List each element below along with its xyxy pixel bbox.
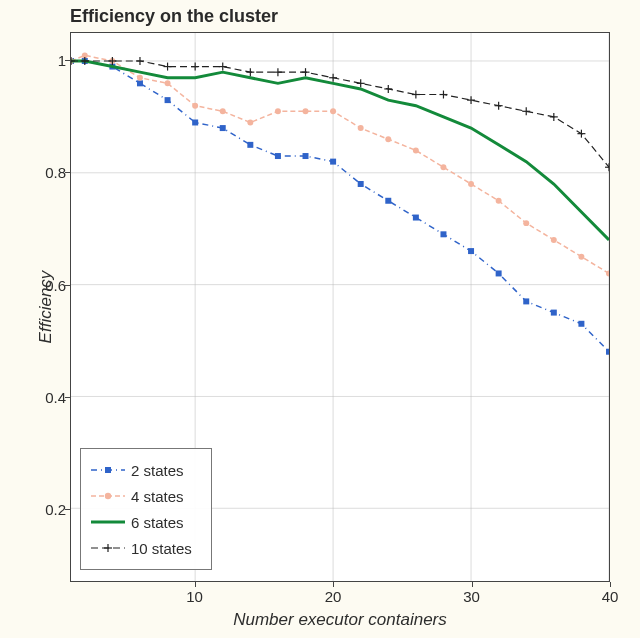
svg-point-48 bbox=[551, 237, 557, 243]
svg-point-47 bbox=[523, 220, 529, 226]
svg-rect-18 bbox=[303, 153, 309, 159]
legend-swatch-4-states bbox=[91, 487, 125, 505]
svg-rect-12 bbox=[137, 80, 143, 86]
svg-point-37 bbox=[247, 119, 253, 125]
legend-label: 6 states bbox=[131, 514, 184, 531]
legend-swatch-10-states bbox=[91, 539, 125, 557]
chart-title: Efficiency on the cluster bbox=[70, 6, 278, 27]
y-tick: 0.8 bbox=[38, 164, 66, 181]
y-tick: 0.2 bbox=[38, 501, 66, 518]
svg-rect-17 bbox=[275, 153, 281, 159]
svg-point-40 bbox=[330, 108, 336, 114]
svg-rect-27 bbox=[551, 310, 557, 316]
legend-label: 4 states bbox=[131, 488, 184, 505]
x-tick: 30 bbox=[463, 588, 480, 605]
legend-swatch-6-states bbox=[91, 513, 125, 531]
svg-rect-29 bbox=[606, 349, 609, 355]
svg-rect-14 bbox=[192, 119, 198, 125]
svg-point-43 bbox=[413, 147, 419, 153]
legend-item-2-states: 2 states bbox=[91, 457, 201, 483]
svg-rect-28 bbox=[578, 321, 584, 327]
svg-rect-16 bbox=[247, 142, 253, 148]
legend-label: 2 states bbox=[131, 462, 184, 479]
y-tick: 1 bbox=[38, 52, 66, 69]
svg-rect-25 bbox=[496, 270, 502, 276]
svg-point-45 bbox=[468, 181, 474, 187]
x-tick: 20 bbox=[325, 588, 342, 605]
svg-point-49 bbox=[578, 254, 584, 260]
svg-rect-20 bbox=[358, 181, 364, 187]
legend-item-4-states: 4 states bbox=[91, 483, 201, 509]
svg-point-46 bbox=[496, 198, 502, 204]
legend-item-10-states: 10 states bbox=[91, 535, 201, 561]
svg-point-96 bbox=[105, 493, 111, 499]
svg-point-38 bbox=[275, 108, 281, 114]
y-tick: 0.6 bbox=[38, 276, 66, 293]
legend: 2 states 4 states 6 states 10 states bbox=[80, 448, 212, 570]
x-tick: 10 bbox=[186, 588, 203, 605]
svg-point-33 bbox=[137, 75, 143, 81]
svg-point-36 bbox=[220, 108, 226, 114]
svg-rect-94 bbox=[105, 467, 111, 473]
x-axis-label: Number executor containers bbox=[70, 610, 610, 630]
svg-rect-15 bbox=[220, 125, 226, 131]
svg-point-42 bbox=[385, 136, 391, 142]
chart-container: Efficiency on the cluster Number executo… bbox=[0, 0, 640, 638]
svg-rect-22 bbox=[413, 215, 419, 221]
legend-swatch-2-states bbox=[91, 461, 125, 479]
legend-label: 10 states bbox=[131, 540, 192, 557]
svg-point-34 bbox=[165, 80, 171, 86]
svg-point-44 bbox=[440, 164, 446, 170]
svg-point-41 bbox=[358, 125, 364, 131]
legend-item-6-states: 6 states bbox=[91, 509, 201, 535]
svg-rect-23 bbox=[440, 231, 446, 237]
x-tick: 40 bbox=[602, 588, 619, 605]
svg-rect-13 bbox=[165, 97, 171, 103]
svg-rect-21 bbox=[385, 198, 391, 204]
svg-point-39 bbox=[303, 108, 309, 114]
svg-rect-26 bbox=[523, 298, 529, 304]
svg-rect-19 bbox=[330, 159, 336, 165]
svg-rect-24 bbox=[468, 248, 474, 254]
y-axis-label: Efficiency bbox=[10, 32, 83, 582]
y-tick: 0.4 bbox=[38, 388, 66, 405]
svg-point-35 bbox=[192, 103, 198, 109]
